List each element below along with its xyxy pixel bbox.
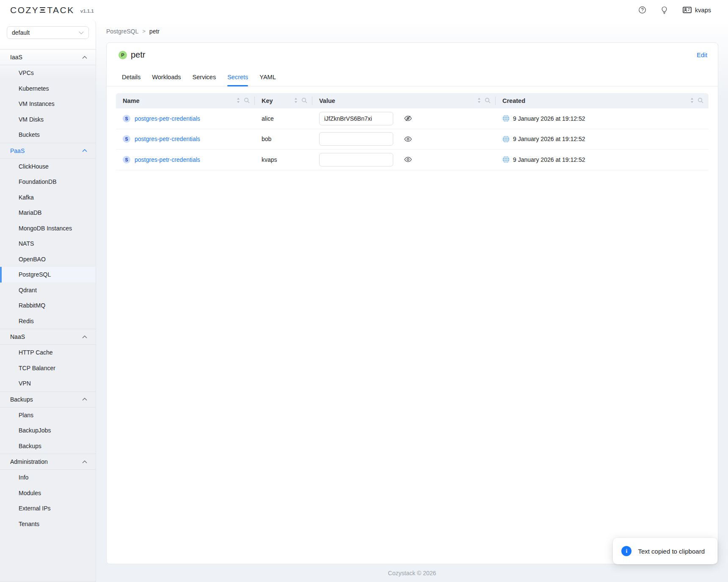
sidebar-item-postgresql[interactable]: PostgreSQL bbox=[0, 267, 96, 283]
table-row: S postgres-petr-credentials bob bbox=[116, 129, 709, 150]
app-logo: COZY TACK v1.1.1 bbox=[10, 5, 94, 15]
sidebar-item-mariadb[interactable]: MariaDB bbox=[0, 205, 96, 221]
secret-key-cell: kvaps bbox=[255, 156, 312, 163]
eye-icon[interactable] bbox=[404, 156, 412, 163]
detail-card: P petr Edit Details Workloads Services S… bbox=[106, 42, 718, 564]
tab-details[interactable]: Details bbox=[122, 74, 141, 86]
search-icon[interactable] bbox=[301, 97, 307, 105]
sidebar-item-qdrant[interactable]: Qdrant bbox=[0, 283, 96, 298]
help-icon[interactable] bbox=[639, 6, 646, 14]
tab-yaml[interactable]: YAML bbox=[259, 74, 276, 86]
secrets-table: Name Key Value bbox=[116, 93, 709, 170]
sidebar-item-external-ips[interactable]: External IPs bbox=[0, 501, 96, 516]
secret-name-link[interactable]: postgres-petr-credentials bbox=[135, 136, 200, 142]
tab-bar: Details Workloads Services Secrets YAML bbox=[107, 74, 718, 86]
sidebar-section-label: IaaS bbox=[10, 54, 22, 61]
secret-badge-icon: S bbox=[123, 156, 130, 164]
sidebar-item-info[interactable]: Info bbox=[0, 470, 96, 485]
copyright-text: Cozystack © 2026 bbox=[388, 570, 436, 576]
globe-icon bbox=[502, 115, 510, 122]
secret-name-cell: S postgres-petr-credentials bbox=[116, 135, 255, 143]
table-row: S postgres-petr-credentials kvaps bbox=[116, 150, 709, 170]
secret-created-cell: 9 January 2026 at 19:12:52 bbox=[496, 115, 709, 122]
id-card-icon bbox=[683, 6, 692, 14]
sidebar-item-backupjobs[interactable]: BackupJobs bbox=[0, 423, 96, 438]
sidebar-item-openbao[interactable]: OpenBAO bbox=[0, 252, 96, 267]
sidebar-item-vm-instances[interactable]: VM Instances bbox=[0, 96, 96, 112]
column-header-key: Key bbox=[255, 93, 312, 108]
secret-badge-icon: S bbox=[123, 135, 130, 143]
logo-xi-glyph bbox=[40, 7, 45, 13]
toast-notification: i Text copied to clipboard bbox=[613, 538, 717, 564]
search-icon[interactable] bbox=[244, 97, 250, 105]
lightbulb-icon[interactable] bbox=[661, 6, 667, 14]
secret-value-cell bbox=[312, 112, 496, 125]
sidebar-item-nats[interactable]: NATS bbox=[0, 236, 96, 252]
secret-value-input[interactable] bbox=[319, 132, 393, 146]
sort-icon[interactable] bbox=[689, 97, 695, 105]
secret-created-cell: 9 January 2026 at 19:12:52 bbox=[496, 156, 709, 163]
breadcrumb-parent-link[interactable]: PostgreSQL bbox=[106, 28, 138, 35]
secret-value-input[interactable] bbox=[319, 112, 393, 125]
sidebar-bottom-divider bbox=[0, 532, 96, 582]
tab-services[interactable]: Services bbox=[193, 74, 216, 86]
sidebar-item-buckets[interactable]: Buckets bbox=[0, 127, 96, 143]
sidebar-item-vpn[interactable]: VPN bbox=[0, 376, 96, 391]
username: kvaps bbox=[695, 7, 711, 14]
sidebar-section-backups[interactable]: Backups bbox=[0, 391, 96, 407]
secret-name-link[interactable]: postgres-petr-credentials bbox=[135, 156, 200, 163]
eye-off-icon[interactable] bbox=[404, 115, 412, 122]
sidebar-item-vpcs[interactable]: VPCs bbox=[0, 65, 96, 81]
search-icon[interactable] bbox=[698, 97, 703, 105]
secret-created-cell: 9 January 2026 at 19:12:52 bbox=[496, 136, 709, 143]
sidebar-section-label: Administration bbox=[10, 458, 48, 465]
secret-name-cell: S postgres-petr-credentials bbox=[116, 156, 255, 164]
sidebar-item-backups[interactable]: Backups bbox=[0, 438, 96, 454]
secret-name-cell: S postgres-petr-credentials bbox=[116, 115, 255, 122]
edit-button[interactable]: Edit bbox=[697, 52, 707, 58]
sidebar-item-mongodb-instances[interactable]: MongoDB Instances bbox=[0, 221, 96, 236]
sort-icon[interactable] bbox=[293, 97, 298, 105]
app-version: v1.1.1 bbox=[80, 8, 94, 14]
sidebar-item-modules[interactable]: Modules bbox=[0, 485, 96, 501]
table-header-row: Name Key Value bbox=[116, 93, 709, 108]
sidebar-item-foundationdb[interactable]: FoundationDB bbox=[0, 174, 96, 190]
eye-icon[interactable] bbox=[404, 136, 412, 142]
sidebar-item-http-cache[interactable]: HTTP Cache bbox=[0, 345, 96, 360]
toast-message: Text copied to clipboard bbox=[638, 548, 705, 555]
search-icon[interactable] bbox=[485, 97, 491, 105]
tab-secrets[interactable]: Secrets bbox=[227, 74, 248, 86]
sidebar-section-iaas[interactable]: IaaS bbox=[0, 49, 96, 65]
page-title: petr bbox=[131, 50, 145, 60]
top-header: COZY TACK v1.1.1 bbox=[0, 0, 728, 20]
secret-value-input[interactable] bbox=[319, 153, 393, 166]
sidebar-item-tcp-balancer[interactable]: TCP Balancer bbox=[0, 360, 96, 376]
tenant-select[interactable]: default bbox=[7, 26, 89, 39]
sidebar-section-administration[interactable]: Administration bbox=[0, 454, 96, 470]
footer: Cozystack © 2026 bbox=[96, 564, 728, 582]
secret-name-link[interactable]: postgres-petr-credentials bbox=[135, 115, 200, 122]
sidebar-item-redis[interactable]: Redis bbox=[0, 313, 96, 329]
sort-icon[interactable] bbox=[236, 97, 241, 105]
sidebar-item-vm-disks[interactable]: VM Disks bbox=[0, 112, 96, 127]
sidebar-item-clickhouse[interactable]: ClickHouse bbox=[0, 159, 96, 175]
sidebar-item-kubernetes[interactable]: Kubernetes bbox=[0, 81, 96, 97]
sidebar-item-kafka[interactable]: Kafka bbox=[0, 190, 96, 205]
sidebar-item-rabbitmq[interactable]: RabbitMQ bbox=[0, 298, 96, 313]
user-menu[interactable]: kvaps bbox=[683, 6, 711, 14]
sort-icon[interactable] bbox=[477, 97, 482, 105]
sidebar-section-naas[interactable]: NaaS bbox=[0, 329, 96, 345]
chevron-up-icon bbox=[82, 56, 87, 59]
sidebar-item-plans[interactable]: Plans bbox=[0, 407, 96, 423]
info-icon: i bbox=[621, 546, 631, 556]
tab-workloads[interactable]: Workloads bbox=[152, 74, 181, 86]
secret-badge-icon: S bbox=[123, 115, 130, 122]
sidebar-section-paas[interactable]: PaaS bbox=[0, 143, 96, 159]
sidebar-item-tenants[interactable]: Tenants bbox=[0, 516, 96, 532]
secret-value-cell bbox=[312, 153, 496, 166]
chevron-down-icon bbox=[79, 31, 84, 34]
avatar: P bbox=[119, 51, 127, 59]
sidebar-section-label: PaaS bbox=[10, 147, 25, 154]
breadcrumb-current: petr bbox=[149, 28, 160, 35]
logo-suffix: TACK bbox=[47, 5, 74, 15]
